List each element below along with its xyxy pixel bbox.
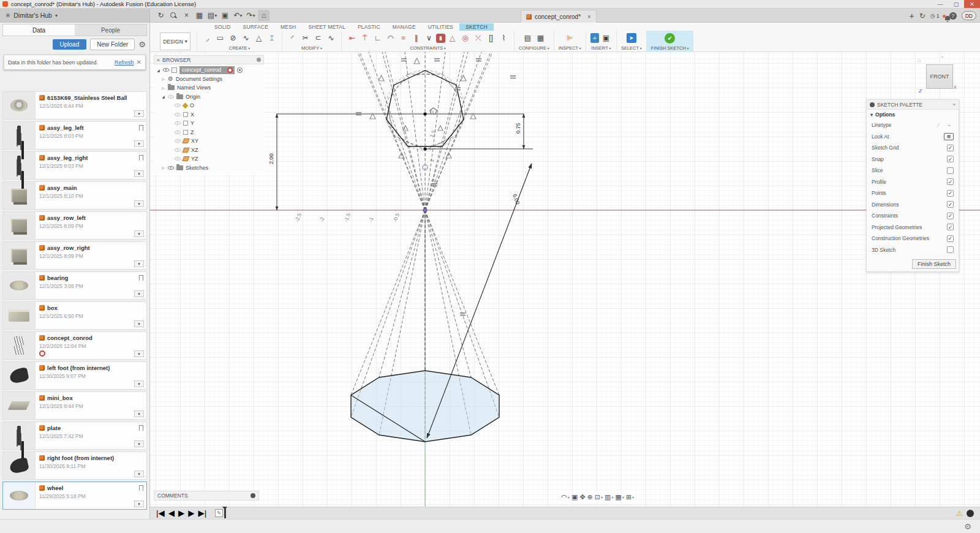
checkbox-dimensions[interactable]: ✓ <box>947 201 954 208</box>
close-button[interactable]: ✕ <box>964 0 980 8</box>
list-item[interactable]: plate 12/1/2025 7:42 PM ▾ <box>2 421 147 450</box>
polygon-icon[interactable]: △ <box>253 32 265 44</box>
maximize-button[interactable]: ▢ <box>948 0 964 8</box>
tree-origin-xy[interactable]: XY <box>154 137 264 146</box>
item-menu-button[interactable]: ▾ <box>134 230 144 237</box>
construction-line-icon[interactable]: ⌁ <box>945 121 954 129</box>
bookmark-icon[interactable] <box>139 155 143 161</box>
item-menu-button[interactable]: ▾ <box>134 260 144 267</box>
sketch-canvas[interactable]: 2.00 0.75 6.00 -2.5-2-1.5-1-0.521. <box>150 52 980 507</box>
section-chevron-icon[interactable]: ▾ <box>870 112 873 118</box>
break-icon[interactable]: ∿ <box>325 32 337 44</box>
display-settings-icon[interactable]: ▥▾ <box>605 493 613 501</box>
expander-icon[interactable]: ◢ <box>161 94 165 99</box>
ribbon-tab-sheet-metal[interactable]: SHEET METAL <box>302 23 351 31</box>
grid-settings-icon[interactable]: ▦▾ <box>615 493 624 501</box>
tree-origin-o[interactable]: O <box>154 101 264 110</box>
group-label[interactable]: SELECT <box>621 45 642 52</box>
list-item[interactable]: 6153K69_Stainless Steel Ball Bea... 12/1… <box>2 91 147 119</box>
bookmark-icon[interactable] <box>139 275 143 281</box>
rectangle-icon[interactable]: ▭ <box>214 32 226 44</box>
preferences-gear-icon[interactable]: ⚙ <box>964 522 971 531</box>
visibility-eye-icon[interactable] <box>175 113 181 116</box>
tab-data[interactable]: Data <box>3 25 75 36</box>
configuration-table-icon[interactable]: ▦ <box>535 32 546 44</box>
go-to-end-icon[interactable]: ▶| <box>198 508 206 518</box>
workspace-selector[interactable]: DESIGN▾ <box>160 32 190 50</box>
fit-icon[interactable]: ⊡▾ <box>595 493 603 501</box>
checkbox-points[interactable]: ✓ <box>947 190 954 197</box>
spline-icon[interactable]: ∿ <box>240 32 252 44</box>
tangent-arc-icon[interactable]: ◠ <box>385 32 396 44</box>
list-item[interactable]: assy_leg_left 12/1/2025 8:03 PM ▾ <box>2 121 147 149</box>
browser-dot-icon[interactable] <box>257 58 261 62</box>
visibility-eye-icon[interactable] <box>175 148 181 152</box>
minimize-button[interactable]: — <box>932 0 948 8</box>
concentric-icon[interactable]: ◎ <box>459 32 471 44</box>
orbit-icon[interactable]: ◠▾ <box>561 493 570 501</box>
insert-icon[interactable]: + <box>590 33 599 43</box>
sync-status-icon[interactable]: ↻ <box>919 12 925 20</box>
ribbon-tab-utilities[interactable]: UTILITIES <box>422 23 459 31</box>
bookmark-icon[interactable] <box>139 425 143 431</box>
ribbon-tab-surface[interactable]: SURFACE <box>237 23 275 31</box>
avatar[interactable]: DD <box>962 11 976 20</box>
tree-root-concept-conrod[interactable]: ◢ concept_conrod <box>154 66 264 75</box>
hub-selector[interactable]: ✳ Dimitar's Hub ▾ <box>0 9 150 22</box>
collinear-icon[interactable]: ⤫ <box>472 32 484 44</box>
item-menu-button[interactable]: ▾ <box>134 501 144 507</box>
slot-icon[interactable]: ⌶ <box>266 32 277 44</box>
ribbon-tab-sketch[interactable]: SKETCH <box>459 23 494 31</box>
fillet-icon[interactable]: ◜ <box>287 32 298 44</box>
tree-origin-xz[interactable]: XZ <box>154 146 264 155</box>
visibility-eye-icon[interactable] <box>163 68 169 72</box>
tangent-icon[interactable]: △ <box>447 32 458 44</box>
tree-origin-z[interactable]: Z <box>154 128 264 137</box>
visibility-eye-icon[interactable] <box>168 166 174 170</box>
group-label[interactable]: CONFIGURE <box>519 45 549 52</box>
dim-label-offset[interactable]: 0.75 <box>515 123 521 134</box>
viewcube-front-face[interactable]: FRONT <box>926 64 953 89</box>
item-menu-button[interactable]: ▾ <box>134 380 144 387</box>
save-icon[interactable]: ▣ <box>219 10 231 21</box>
list-item[interactable]: left foot (from internet) 11/30/2025 9:0… <box>2 361 147 390</box>
finish-sketch-icon[interactable]: ✔ <box>665 33 675 43</box>
checkbox-slice[interactable] <box>947 167 954 174</box>
item-menu-button[interactable]: ▾ <box>134 320 144 327</box>
help-icon[interactable]: ? <box>949 12 957 20</box>
sketch-feature-icon[interactable]: ✎ <box>215 509 223 517</box>
timeline-options-icon[interactable] <box>967 510 974 517</box>
item-menu-button[interactable]: ▾ <box>134 140 144 147</box>
item-menu-button[interactable]: ▾ <box>134 200 144 207</box>
sketch-point[interactable] <box>423 112 426 115</box>
visibility-eye-icon[interactable] <box>175 157 181 161</box>
ribbon-tab-solid[interactable]: SOLID <box>208 23 237 31</box>
list-item[interactable]: right foot (from internet) 11/30/2025 9:… <box>2 452 147 480</box>
decagon-profile[interactable] <box>351 371 499 442</box>
activate-component-icon[interactable] <box>237 67 243 73</box>
timeline-position-marker[interactable] <box>224 508 226 518</box>
visibility-eye-icon[interactable] <box>175 104 181 107</box>
group-label[interactable]: MODIFY <box>301 45 322 52</box>
sketch-line-icon[interactable]: ∕ <box>934 121 943 129</box>
checkbox-construction-geometries[interactable]: ✓ <box>947 235 954 242</box>
look-at-icon[interactable]: ▦ <box>944 133 954 140</box>
measure-icon[interactable]: ⊫ <box>564 32 576 44</box>
ribbon-tab-plastic[interactable]: PLASTIC <box>352 23 386 31</box>
redo-icon[interactable]: ↷▾ <box>245 10 257 21</box>
data-panel-toggle-icon[interactable]: ↻ <box>155 10 167 21</box>
dismiss-notice-icon[interactable]: ✕ <box>137 59 141 66</box>
upload-button[interactable]: Upload <box>53 39 87 50</box>
new-tab-icon[interactable]: + <box>910 11 914 21</box>
tree-origin-yz[interactable]: YZ <box>154 154 264 164</box>
viewports-icon[interactable]: ⊞▾ <box>626 493 634 501</box>
ribbon-tab-manage[interactable]: MANAGE <box>386 23 422 31</box>
list-item[interactable]: wheel 11/29/2025 5:18 PM ▾ <box>2 482 147 510</box>
show-data-panel-icon[interactable]: ▦ <box>194 10 205 21</box>
comments-dot-icon[interactable] <box>251 493 255 498</box>
circle-icon[interactable]: ⊘ <box>227 32 239 44</box>
bookmark-icon[interactable] <box>139 485 143 491</box>
visibility-eye-icon[interactable] <box>168 95 174 99</box>
close-tab-icon[interactable]: × <box>587 13 591 20</box>
viewcube-home-icon[interactable]: ⌂ <box>918 57 921 63</box>
